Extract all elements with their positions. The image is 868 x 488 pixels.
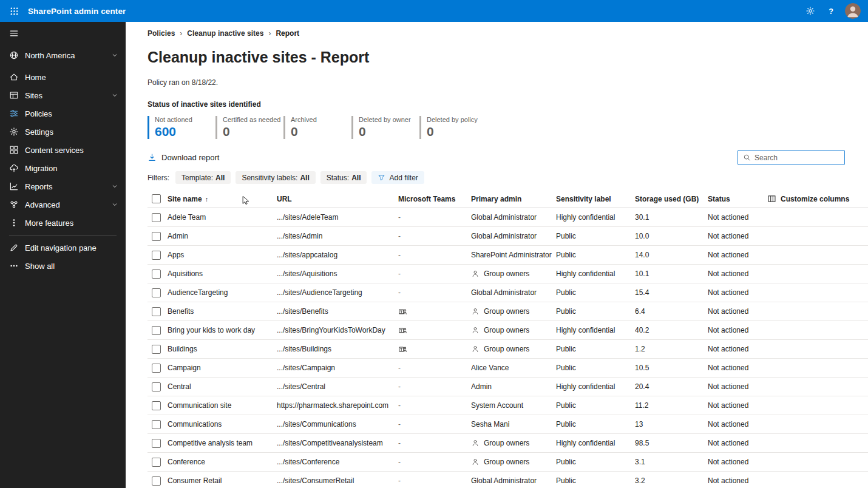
download-report-button[interactable]: Download report [147, 153, 219, 162]
breadcrumb-item[interactable]: Cleanup inactive sites [187, 29, 263, 38]
filter-pill-value: All [351, 174, 361, 182]
row-checkbox[interactable] [152, 288, 161, 297]
stats-heading: Status of inactive sites identified [147, 100, 868, 109]
sidebar-item[interactable]: Reports [0, 177, 126, 195]
primary-admin-label: Group owners [484, 326, 529, 334]
table-row[interactable]: Consumer Retail .../sites/ConsumerRetail… [147, 472, 868, 488]
region-selector[interactable]: North America [0, 45, 126, 66]
primary-admin-label: Global Administrator [471, 213, 537, 222]
globe-icon [9, 50, 19, 60]
column-header-site-name[interactable]: Site name ↑ [168, 195, 277, 203]
stat-label: Archived [291, 116, 351, 123]
breadcrumb-item[interactable]: Policies [147, 29, 175, 38]
primary-admin-cell: Admin [471, 382, 556, 391]
sidebar-item-label: Migration [25, 164, 57, 173]
table-row[interactable]: Central .../sites/Central - Admin Highly… [147, 378, 868, 396]
table-row[interactable]: Communication site https://pharmateck.sh… [147, 396, 868, 415]
row-checkbox[interactable] [152, 269, 161, 279]
search-input[interactable] [754, 154, 839, 162]
row-checkbox[interactable] [152, 476, 161, 486]
site-url-cell: .../sites/Competitiveanalysisteam [277, 439, 398, 447]
main-content: › Policies › Cleanup inactive sites › Re… [126, 22, 868, 488]
filter-pill[interactable]: Sensitivity labels:All [236, 171, 315, 184]
help-button[interactable]: ? [821, 0, 841, 22]
column-header-teams[interactable]: Microsoft Teams [398, 195, 471, 203]
table-row[interactable]: Apps .../sites/appcatalog - SharePoint A… [147, 246, 868, 265]
table-row[interactable]: Buildings .../sites/Buildings - Group ow… [147, 340, 868, 359]
sidebar-item[interactable]: Advanced [0, 195, 126, 214]
row-checkbox[interactable] [152, 401, 161, 410]
column-header-storage[interactable]: Storage used (GB) [635, 195, 708, 203]
sort-ascending-icon: ↑ [205, 195, 209, 203]
row-checkbox[interactable] [152, 213, 161, 222]
table-row[interactable]: Benefits .../sites/Benefits - Group owne… [147, 302, 868, 321]
row-checkbox[interactable] [152, 382, 161, 391]
column-header-status[interactable]: Status [708, 195, 767, 203]
row-checkbox[interactable] [152, 420, 161, 429]
settings-button[interactable] [800, 0, 821, 22]
no-teams-marker: - [398, 458, 401, 466]
sidebar-item[interactable]: Edit navigation pane [0, 239, 126, 257]
row-checkbox[interactable] [152, 251, 161, 260]
sidebar-item[interactable]: Migration [0, 159, 126, 177]
hamburger-icon [9, 29, 19, 38]
status-cell: Not actioned [708, 345, 767, 353]
table-row[interactable]: Communications .../sites/Communications … [147, 415, 868, 434]
row-checkbox[interactable] [152, 326, 161, 335]
user-avatar[interactable] [845, 3, 861, 19]
status-cell: Not actioned [708, 364, 767, 372]
primary-admin-label: Global Administrator [471, 476, 537, 485]
sidebar-item[interactable]: Sites [0, 86, 126, 104]
sidebar-footer-nav: Edit navigation pane Show all [0, 239, 126, 275]
customize-columns-label: Customize columns [781, 195, 849, 203]
sidebar: North America Home Sites Policies Settin… [0, 22, 126, 488]
teams-cell: - [398, 307, 471, 316]
select-all-checkbox[interactable] [152, 194, 161, 203]
site-url-cell: .../sites/Communications [277, 420, 398, 429]
table-row[interactable]: Competitive analysis team .../sites/Comp… [147, 434, 868, 453]
row-checkbox[interactable] [152, 307, 161, 316]
primary-admin-label: Group owners [484, 458, 529, 466]
table-row[interactable]: Admin .../sites/Admin - Global Administr… [147, 227, 868, 246]
sidebar-item[interactable]: Home [0, 68, 126, 86]
no-teams-marker: - [398, 269, 401, 278]
status-cell: Not actioned [708, 307, 767, 316]
breadcrumb-separator: › [268, 29, 271, 38]
row-checkbox[interactable] [152, 232, 161, 241]
add-filter-button[interactable]: Add filter [371, 171, 424, 184]
table-row[interactable]: Bring your kids to work day .../sites/Br… [147, 321, 868, 340]
sidebar-item[interactable]: More features [0, 214, 126, 232]
sidebar-item-label: Settings [25, 127, 53, 137]
nav-collapse-button[interactable] [0, 22, 126, 45]
row-checkbox[interactable] [152, 345, 161, 354]
primary-admin-label: System Account [471, 401, 523, 410]
filter-pill[interactable]: Template:All [175, 171, 231, 184]
site-url-cell: .../sites/Central [277, 382, 398, 391]
sidebar-divider [9, 236, 117, 236]
table-row[interactable]: Campaign .../sites/Campaign - Alice Vanc… [147, 359, 868, 378]
column-header-url[interactable]: URL [277, 195, 398, 203]
table-row[interactable]: Adele Team .../sites/AdeleTeam - Global … [147, 208, 868, 227]
column-header-sensitivity[interactable]: Sensitivity label [556, 195, 635, 203]
customize-columns-button[interactable]: Customize columns [767, 194, 868, 203]
site-name-cell: Buildings [168, 345, 277, 353]
table-row[interactable]: Conference .../sites/Conference - Group … [147, 453, 868, 472]
row-checkbox[interactable] [152, 364, 161, 373]
table-row[interactable]: Aquisitions .../sites/Aquisitions - Grou… [147, 265, 868, 283]
site-name-cell: Bring your kids to work day [168, 326, 277, 334]
content-services-icon [9, 145, 19, 155]
sidebar-item[interactable]: Show all [0, 257, 126, 275]
more-features-icon [9, 218, 19, 228]
breadcrumb-item[interactable]: Report [276, 29, 299, 38]
storage-cell: 30.1 [635, 213, 708, 222]
sidebar-item[interactable]: Settings [0, 123, 126, 141]
row-checkbox[interactable] [152, 439, 161, 448]
table-row[interactable]: AudienceTargeting .../sites/AudienceTarg… [147, 283, 868, 302]
sidebar-item[interactable]: Content services [0, 141, 126, 159]
filter-pill[interactable]: Status:All [320, 171, 367, 184]
teams-cell: - [398, 401, 471, 410]
app-launcher-button[interactable] [0, 0, 28, 22]
column-header-primary-admin[interactable]: Primary admin [471, 195, 556, 203]
sidebar-item[interactable]: Policies [0, 104, 126, 123]
row-checkbox[interactable] [152, 458, 161, 467]
